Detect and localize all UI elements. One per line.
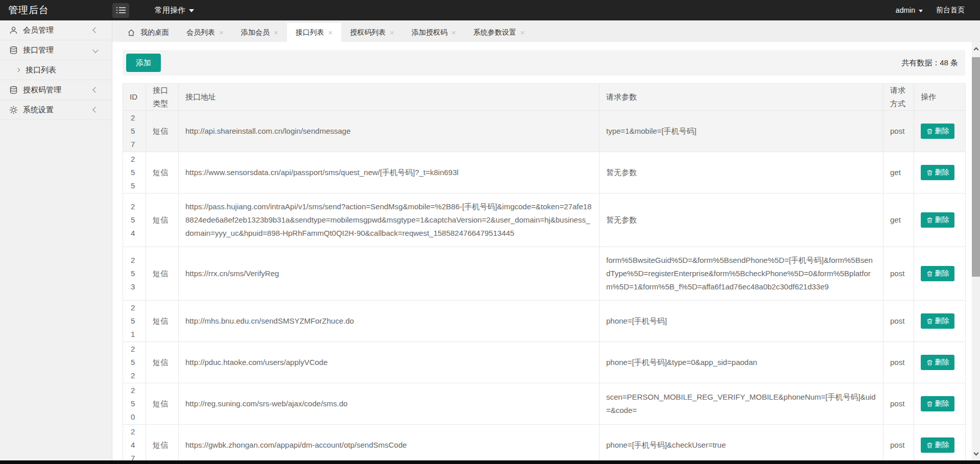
delete-button-label: 删除 xyxy=(935,399,949,408)
cell-actions: 删除 xyxy=(914,193,966,247)
cell-id: 254 xyxy=(123,193,146,247)
cell-id: 251 xyxy=(123,301,146,342)
cell-actions: 删除 xyxy=(914,342,966,383)
trash-icon xyxy=(926,442,933,449)
scroll-down-icon[interactable] xyxy=(972,449,980,458)
tab-授权码列表[interactable]: 授权码列表 × xyxy=(341,23,403,42)
total-count-value: 48 xyxy=(940,58,948,67)
scroll-up-icon[interactable] xyxy=(972,44,980,53)
caret-down-icon xyxy=(919,10,923,12)
delete-button[interactable]: 删除 xyxy=(921,396,954,411)
cell-url: http://reg.suning.com/srs-web/ajax/code/… xyxy=(179,383,600,425)
cell-type: 短信 xyxy=(146,193,179,247)
cell-id: 252 xyxy=(123,342,146,383)
trash-icon xyxy=(926,217,933,224)
user-menu[interactable]: admin xyxy=(896,6,923,14)
cell-id: 255 xyxy=(123,152,146,193)
column-header: 请求方式 xyxy=(883,84,914,111)
delete-button-label: 删除 xyxy=(935,269,949,278)
table-row: 251 短信 http://mhs.bnu.edu.cn/sendSMSYZMF… xyxy=(123,301,966,342)
tab-label: 添加会员 xyxy=(241,28,270,37)
cell-type: 短信 xyxy=(146,111,179,152)
vertical-scrollbar[interactable] xyxy=(972,42,980,460)
cell-method: get xyxy=(883,152,914,193)
table-row: 257 短信 http://api.shareinstall.com.cn/lo… xyxy=(123,111,966,152)
cell-id: 257 xyxy=(123,111,146,152)
close-icon[interactable]: × xyxy=(274,29,278,36)
tab-label: 系统参数设置 xyxy=(473,28,516,37)
cell-type: 短信 xyxy=(146,301,179,342)
cell-actions: 删除 xyxy=(914,383,966,425)
delete-button[interactable]: 删除 xyxy=(921,165,954,180)
sidebar-item-系统设置[interactable]: 系统设置 xyxy=(0,100,112,120)
cell-actions: 删除 xyxy=(914,152,966,193)
tab-会员列表[interactable]: 会员列表 × xyxy=(178,23,232,42)
table-toolbar: 添加 共有数据：48 条 xyxy=(123,50,965,76)
top-bar: 管理后台 常用操作 admin 前台首页 xyxy=(0,0,980,20)
delete-button[interactable]: 删除 xyxy=(921,212,954,228)
list-icon xyxy=(116,6,126,14)
cell-method: get xyxy=(883,193,914,247)
gear-icon xyxy=(9,106,18,114)
total-count-label: 共有数据： xyxy=(901,58,940,67)
cell-params: 暂无参数 xyxy=(600,193,883,247)
column-header: 操作 xyxy=(914,84,966,111)
tab-接口列表[interactable]: 接口列表 × xyxy=(287,23,342,42)
quick-actions-menu[interactable]: 常用操作 xyxy=(155,6,194,15)
tab-添加授权码[interactable]: 添加授权码 × xyxy=(403,23,465,42)
cell-url: https://www.sensorsdata.cn/api/passport/… xyxy=(179,152,600,193)
cell-method: post xyxy=(883,111,914,152)
cell-type: 短信 xyxy=(146,152,179,193)
sidebar-item-会员管理[interactable]: 会员管理 xyxy=(0,20,112,40)
sidebar-item-接口管理[interactable]: 接口管理 xyxy=(0,40,112,60)
chevron-down-icon xyxy=(92,47,98,53)
cell-actions: 删除 xyxy=(914,111,966,152)
tab-我的桌面[interactable]: 我的桌面 xyxy=(118,23,178,42)
tab-添加会员[interactable]: 添加会员 × xyxy=(232,23,287,42)
cell-url: https://rrx.cn/sms/VerifyReg xyxy=(179,247,600,301)
sidebar-toggle-button[interactable] xyxy=(112,3,129,18)
cell-actions: 删除 xyxy=(914,425,966,464)
table-row: 250 短信 http://reg.suning.com/srs-web/aja… xyxy=(123,383,966,425)
bottom-bar xyxy=(0,460,980,464)
sidebar-item-label: 接口管理 xyxy=(23,45,93,55)
cell-id: 253 xyxy=(123,247,146,301)
close-icon[interactable]: × xyxy=(328,29,333,36)
cell-type: 短信 xyxy=(146,342,179,383)
total-count-unit: 条 xyxy=(950,58,958,67)
cell-type: 短信 xyxy=(146,383,179,425)
delete-button[interactable]: 删除 xyxy=(921,355,954,370)
cell-params: type=1&mobile=[手机号码] xyxy=(600,111,883,152)
close-icon[interactable]: × xyxy=(520,29,525,36)
delete-button-label: 删除 xyxy=(935,168,949,177)
chevron-left-icon xyxy=(92,87,98,92)
delete-button[interactable]: 删除 xyxy=(921,437,954,453)
trash-icon xyxy=(926,318,933,325)
column-header: ID xyxy=(123,84,146,111)
tab-label: 授权码列表 xyxy=(350,28,386,37)
delete-button[interactable]: 删除 xyxy=(921,124,954,139)
close-icon[interactable]: × xyxy=(451,29,456,36)
cell-url: https://pass.hujiang.com/intraApi/v1/sms… xyxy=(179,193,600,247)
tab-系统参数设置[interactable]: 系统参数设置 × xyxy=(465,23,534,42)
trash-icon xyxy=(926,128,933,135)
cell-url: http://mhs.bnu.edu.cn/sendSMSYZMForZhuce… xyxy=(179,301,600,342)
sidebar-subitem-接口列表[interactable]: 接口列表 xyxy=(0,60,112,80)
cell-params: phone=[手机号码]&checkUser=true xyxy=(600,425,883,464)
add-button[interactable]: 添加 xyxy=(126,54,161,72)
delete-button[interactable]: 删除 xyxy=(921,313,954,329)
sidebar-item-label: 会员管理 xyxy=(23,26,93,35)
front-home-link[interactable]: 前台首页 xyxy=(936,6,965,15)
scrollbar-thumb[interactable] xyxy=(972,57,980,277)
close-icon[interactable]: × xyxy=(219,29,224,36)
home-icon xyxy=(127,29,135,37)
total-count-text: 共有数据：48 条 xyxy=(901,58,965,68)
cell-method: post xyxy=(883,383,914,425)
cell-params: phone=[手机号码] xyxy=(600,301,883,342)
column-header: 接口地址 xyxy=(179,84,600,111)
api-table: ID接口类型接口地址请求参数请求方式操作 257 短信 http://api.s… xyxy=(123,83,966,464)
close-icon[interactable]: × xyxy=(390,29,394,36)
delete-button[interactable]: 删除 xyxy=(921,266,954,281)
quick-actions-label: 常用操作 xyxy=(155,6,185,15)
sidebar-item-授权码管理[interactable]: 授权码管理 xyxy=(0,80,112,100)
